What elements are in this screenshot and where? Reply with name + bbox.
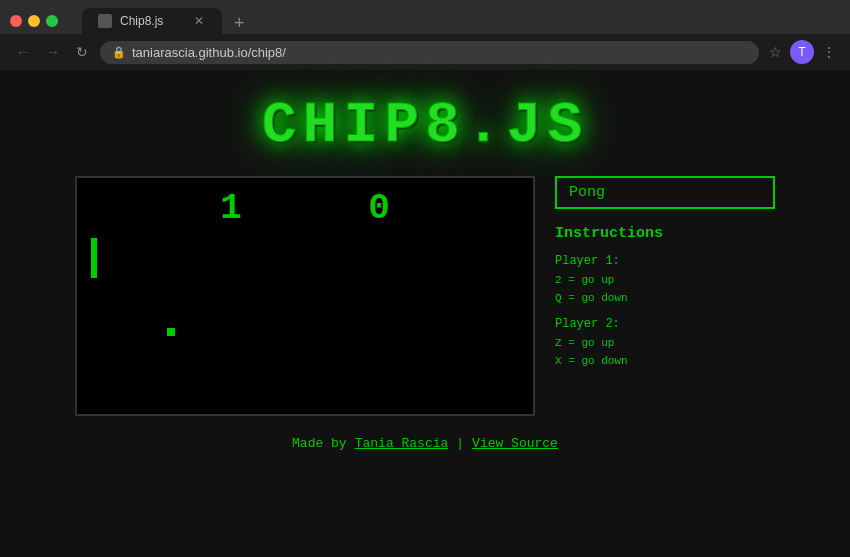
tab-close-button[interactable]: ✕ (192, 14, 206, 28)
instructions-title: Instructions (555, 225, 775, 242)
maximize-button[interactable] (46, 15, 58, 27)
score-right: 0 (368, 188, 390, 229)
close-button[interactable] (10, 15, 22, 27)
refresh-button[interactable]: ↻ (72, 42, 92, 62)
player2-controls: Z = go up X = go down (555, 335, 775, 370)
footer-text: Made by (292, 436, 347, 451)
game-title: CHIP8.JS (262, 93, 588, 158)
back-button[interactable]: ← (12, 42, 34, 62)
new-tab-button[interactable]: + (226, 13, 253, 34)
view-source-link[interactable]: View Source (472, 436, 558, 451)
forward-button[interactable]: → (42, 42, 64, 62)
player2-control-down: X = go down (555, 353, 775, 371)
url-field[interactable]: 🔒 taniarascia.github.io/chip8/ (100, 41, 759, 64)
score-left: 1 (220, 188, 242, 229)
ball (167, 328, 175, 336)
browser-chrome: Chip8.js ✕ + ← → ↻ 🔒 taniarascia.github.… (0, 0, 850, 70)
player2-control-up: Z = go up (555, 335, 775, 353)
player2-label: Player 2: (555, 317, 775, 331)
lock-icon: 🔒 (112, 46, 126, 59)
game-canvas: 1 0 (75, 176, 535, 416)
main-area: 1 0 Pong Instructions Player 1: 2 = go u… (75, 176, 775, 416)
player1-controls: 2 = go up Q = go down (555, 272, 775, 307)
footer-separator: | (456, 436, 464, 451)
game-title-area: CHIP8.JS (262, 90, 588, 160)
tab-title: Chip8.js (120, 14, 184, 28)
paddle-left (91, 238, 97, 278)
footer-author-link[interactable]: Tania Rascia (355, 436, 449, 451)
active-tab[interactable]: Chip8.js ✕ (82, 8, 222, 34)
sidebar: Pong Instructions Player 1: 2 = go up Q … (555, 176, 775, 380)
bookmark-button[interactable]: ☆ (767, 42, 784, 62)
title-bar: Chip8.js ✕ + (0, 0, 850, 34)
page-footer: Made by Tania Rascia | View Source (292, 436, 558, 451)
player1-section: Player 1: 2 = go up Q = go down (555, 254, 775, 307)
player1-control-up: 2 = go up (555, 272, 775, 290)
score-area: 1 0 (77, 178, 533, 239)
address-actions: ☆ T ⋮ (767, 40, 838, 64)
window-controls (10, 15, 58, 27)
avatar-icon: T (798, 45, 805, 59)
game-label: Pong (555, 176, 775, 209)
address-bar: ← → ↻ 🔒 taniarascia.github.io/chip8/ ☆ T… (0, 34, 850, 70)
profile-button[interactable]: T (790, 40, 814, 64)
url-text: taniarascia.github.io/chip8/ (132, 45, 286, 60)
minimize-button[interactable] (28, 15, 40, 27)
player1-label: Player 1: (555, 254, 775, 268)
page-content: CHIP8.JS 1 0 Pong Instructions Player 1:… (0, 70, 850, 557)
tab-bar: Chip8.js ✕ + (82, 8, 253, 34)
menu-button[interactable]: ⋮ (820, 42, 838, 62)
tab-favicon (98, 14, 112, 28)
player2-section: Player 2: Z = go up X = go down (555, 317, 775, 370)
player1-control-down: Q = go down (555, 290, 775, 308)
